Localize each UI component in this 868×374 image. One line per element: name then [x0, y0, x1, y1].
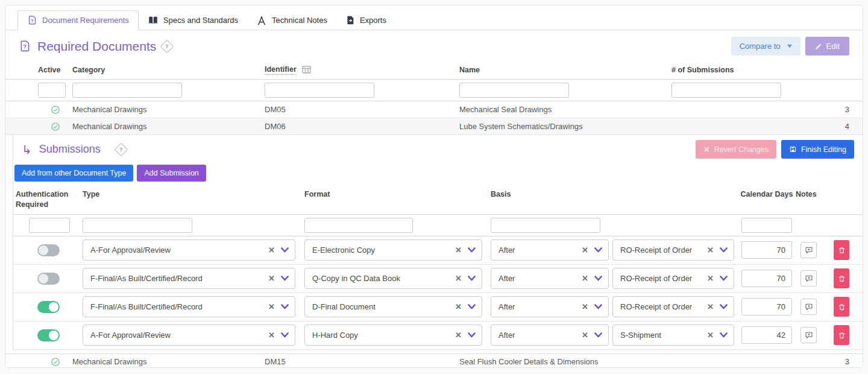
format-select[interactable]: H-Hard Copy ✕ [304, 325, 482, 346]
delete-button[interactable] [834, 297, 849, 317]
clear-icon[interactable]: ✕ [455, 302, 462, 311]
basis-filter-input[interactable] [491, 218, 600, 233]
notes-button[interactable] [800, 242, 817, 258]
tab-technical-notes[interactable]: Technical Notes [247, 10, 336, 30]
chevron-down-icon[interactable] [594, 332, 602, 338]
chevron-down-icon[interactable] [720, 247, 728, 253]
add-from-other-document-type-button[interactable]: Add from other Document Type [14, 165, 133, 182]
type-filter-input[interactable] [83, 218, 192, 233]
clear-icon[interactable]: ✕ [455, 331, 462, 340]
basis-when-select[interactable]: After ✕ [491, 325, 609, 346]
clear-icon[interactable]: ✕ [582, 302, 588, 311]
chevron-down-icon[interactable] [594, 304, 602, 309]
submissions-filter-input[interactable] [671, 83, 781, 98]
clear-icon[interactable]: ✕ [455, 246, 462, 255]
type-select[interactable]: F-Final/As Built/Certified/Record ✕ [83, 268, 295, 289]
tab-specs-and-standards[interactable]: Specs and Standards [139, 10, 247, 30]
basis-event-select[interactable]: RO-Receipt of Order ✕ [612, 296, 734, 317]
calendar-days-input[interactable] [741, 270, 792, 287]
delete-button[interactable] [834, 268, 849, 288]
format-select-value: D-Final Document [312, 302, 376, 311]
basis-when-select[interactable]: After ✕ [491, 296, 609, 317]
chevron-down-icon[interactable] [281, 247, 289, 253]
tab-document-requirements[interactable]: ? Document Requirements [17, 10, 139, 30]
category-filter-input[interactable] [72, 83, 182, 98]
notes-button[interactable] [800, 270, 817, 287]
svg-text:?: ? [23, 43, 27, 49]
basis-event-select[interactable]: RO-Receipt of Order ✕ [612, 239, 734, 261]
authentication-toggle[interactable] [37, 273, 60, 285]
revert-changes-button[interactable]: ✕ Revert Changes [696, 140, 776, 159]
delete-button[interactable] [834, 325, 849, 345]
table-row[interactable]: Mechanical Drawings DM15 Seal Flush Cool… [5, 353, 863, 368]
edit-button[interactable]: Edit [805, 37, 849, 55]
chevron-down-icon[interactable] [720, 304, 728, 309]
basis-when-select[interactable]: After ✕ [491, 268, 609, 289]
col-type: Type [83, 189, 304, 200]
notes-button[interactable] [800, 327, 817, 343]
type-select[interactable]: F-Final/As Built/Certified/Record ✕ [83, 296, 295, 317]
chevron-down-icon[interactable] [594, 276, 602, 281]
compare-to-button[interactable]: Compare to [731, 37, 800, 55]
help-icon[interactable]: ? [160, 39, 174, 53]
format-select-value: H-Hard Copy [312, 331, 358, 340]
comment-icon [805, 331, 813, 340]
submissions-add-buttons: Add from other Document Type Add Submiss… [13, 161, 863, 188]
format-select[interactable]: Q-Copy in QC Data Book ✕ [304, 268, 482, 289]
clear-icon[interactable]: ✕ [707, 302, 714, 311]
calendar-days-input[interactable] [741, 241, 792, 259]
format-select[interactable]: E-Electronic Copy ✕ [304, 239, 482, 261]
submission-row: A-For Approval/Review ✕ E-Electronic Cop… [13, 236, 863, 265]
add-submission-button[interactable]: Add Submission [137, 165, 206, 182]
calendar-days-input[interactable] [741, 326, 792, 344]
basis-when-select[interactable]: After ✕ [491, 239, 609, 261]
calendar-days-input[interactable] [741, 298, 792, 315]
clear-icon[interactable]: ✕ [707, 331, 714, 340]
clear-icon[interactable]: ✕ [268, 274, 275, 283]
chevron-down-icon[interactable] [720, 332, 728, 338]
basis-event-select-value: RO-Receipt of Order [620, 246, 692, 255]
type-select[interactable]: A-For Approval/Review ✕ [83, 239, 295, 261]
tab-exports[interactable]: Exports [336, 10, 395, 30]
chevron-down-icon[interactable] [468, 304, 476, 309]
chevron-down-icon[interactable] [281, 276, 289, 281]
chevron-down-icon[interactable] [594, 247, 602, 253]
chevron-down-icon[interactable] [468, 332, 476, 338]
col-active: Active [38, 66, 72, 74]
active-filter-input[interactable] [38, 83, 66, 98]
basis-event-select[interactable]: RO-Receipt of Order ✕ [612, 268, 734, 289]
table-row[interactable]: Mechanical Drawings DM05 Mechanical Seal… [5, 101, 863, 118]
format-filter-input[interactable] [304, 218, 413, 233]
basis-event-select[interactable]: S-Shipment ✕ [612, 325, 734, 346]
clear-icon[interactable]: ✕ [707, 274, 714, 283]
clear-icon[interactable]: ✕ [582, 246, 588, 255]
chevron-down-icon[interactable] [468, 276, 476, 281]
clear-icon[interactable]: ✕ [268, 302, 275, 311]
clear-icon[interactable]: ✕ [582, 274, 588, 283]
authentication-toggle[interactable] [37, 301, 60, 313]
help-icon[interactable]: ? [114, 142, 128, 156]
delete-button[interactable] [834, 240, 849, 260]
notes-button[interactable] [800, 299, 817, 315]
authentication-toggle[interactable] [37, 244, 60, 256]
identifier-filter-input[interactable] [265, 83, 374, 98]
chevron-down-icon[interactable] [281, 304, 289, 309]
clear-icon[interactable]: ✕ [707, 246, 714, 255]
clear-icon[interactable]: ✕ [268, 246, 275, 255]
chevron-down-icon[interactable] [468, 247, 476, 253]
finish-editing-button[interactable]: Finish Editing [781, 140, 854, 159]
table-row[interactable]: Mechanical Drawings DM06 Lube System Sch… [5, 118, 863, 135]
auth-filter-input[interactable] [29, 218, 70, 233]
chevron-down-icon[interactable] [281, 332, 289, 338]
format-select[interactable]: D-Final Document ✕ [304, 296, 482, 317]
clear-icon[interactable]: ✕ [582, 331, 588, 340]
authentication-toggle[interactable] [37, 329, 60, 341]
clear-icon[interactable]: ✕ [268, 331, 275, 340]
days-filter-input[interactable] [741, 218, 792, 233]
col-category: Category [72, 66, 265, 74]
clear-icon[interactable]: ✕ [455, 274, 462, 283]
trash-icon [838, 331, 846, 340]
name-filter-input[interactable] [459, 83, 569, 98]
type-select[interactable]: A-For Approval/Review ✕ [83, 325, 295, 346]
chevron-down-icon[interactable] [720, 276, 728, 281]
